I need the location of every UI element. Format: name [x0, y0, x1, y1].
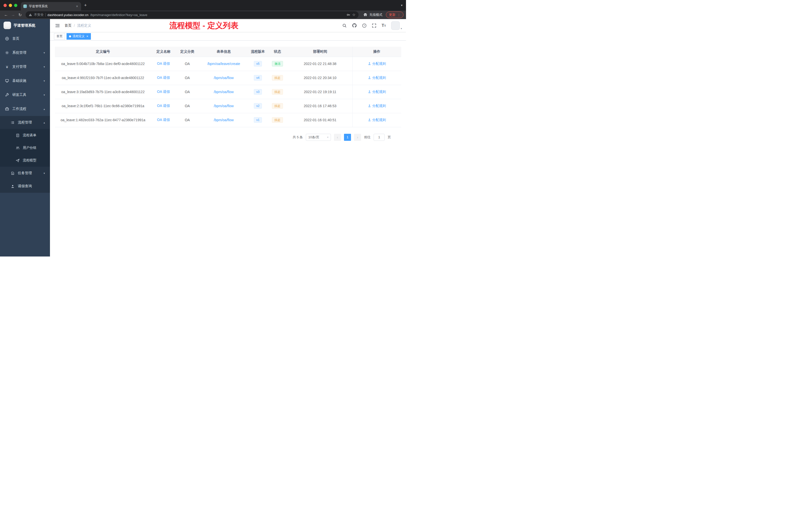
sidebar-item-label: 研发工具	[12, 93, 26, 97]
form-link[interactable]: /bpm/oa/leave/create	[207, 62, 240, 66]
column-header-status: 状态	[267, 47, 288, 57]
chevron-down-icon: ▾	[44, 93, 45, 97]
wrench-icon	[5, 93, 9, 97]
close-window-button[interactable]	[3, 4, 7, 7]
sidebar-item-payment[interactable]: ¥ 支付管理 ▾	[0, 60, 50, 74]
tag-label: 流程定义	[72, 34, 85, 38]
document-icon	[16, 133, 20, 137]
pagination: 共 5 条 10条/页 ▾ ‹ 1 › 前往 页	[55, 134, 401, 141]
page-size-value: 10条/页	[308, 135, 319, 140]
cell-definition-id: oa_leave:3:1fad3d93-7b75-11ec-a3c8-acde4…	[55, 85, 151, 99]
assign-rule-link[interactable]: 分配规则	[368, 118, 386, 122]
update-browser-button[interactable]: 更新 ⋮	[386, 11, 404, 18]
avatar[interactable]	[391, 21, 400, 30]
sidebar-collapse-icon[interactable]	[54, 23, 61, 28]
chevron-down-icon: ▾	[44, 79, 45, 83]
sidebar-item-user-group[interactable]: 用户分组	[0, 142, 50, 154]
column-header-name: 定义名称	[151, 47, 176, 57]
breadcrumb-home[interactable]: 首页	[64, 23, 71, 28]
chevron-down-icon: ▾	[44, 172, 45, 175]
app-logo-row[interactable]: 芋道管理系统	[0, 19, 50, 32]
back-button[interactable]: ←	[2, 12, 9, 17]
address-bar[interactable]: 不安全 dashboard.yudao.iocoder.cn/bpm/manag…	[26, 11, 358, 18]
app-title: 芋道管理系统	[13, 23, 35, 28]
tag-home[interactable]: 首页	[54, 33, 65, 40]
form-link[interactable]: /bpm/oa/flow	[214, 118, 233, 122]
bookmark-star-icon[interactable]: ☆	[352, 12, 355, 17]
font-size-icon[interactable]: TT	[382, 23, 386, 28]
tab-strip: 芋道管理系统 × + ▾	[0, 0, 406, 10]
next-page-button[interactable]: ›	[354, 134, 361, 141]
sidebar-item-task-management[interactable]: 任务管理 ▾	[0, 167, 50, 180]
pagination-total: 共 5 条	[293, 135, 303, 140]
briefcase-icon	[5, 107, 9, 111]
browser-menu-dots-icon[interactable]: ⋮	[397, 13, 401, 17]
browser-tab[interactable]: 芋道管理系统 ×	[21, 2, 81, 10]
form-link[interactable]: /bpm/oa/flow	[214, 104, 233, 108]
tag-process-definition[interactable]: 流程定义 ×	[66, 33, 91, 40]
fullscreen-icon[interactable]	[372, 23, 376, 28]
sidebar-item-label: 流程表单	[23, 133, 36, 138]
window-controls	[0, 4, 21, 7]
sidebar-item-label: 任务管理	[18, 171, 32, 175]
form-link[interactable]: /bpm/oa/flow	[214, 76, 233, 80]
chevron-up-icon: ▴	[44, 108, 45, 111]
definition-name-link[interactable]: OA 请假	[157, 61, 170, 65]
column-header-form: 表单信息	[199, 47, 249, 57]
sidebar-item-process-management[interactable]: 流程管理 ▴	[0, 116, 50, 129]
github-icon[interactable]	[352, 23, 357, 28]
assign-rule-link[interactable]: 分配规则	[368, 61, 386, 66]
prev-page-button[interactable]: ‹	[334, 134, 341, 141]
monitor-icon	[5, 79, 9, 83]
definition-name-link[interactable]: OA 请假	[157, 90, 170, 94]
person-icon	[368, 90, 371, 93]
search-icon[interactable]	[342, 23, 347, 28]
sidebar-item-leave-query[interactable]: 请假查询	[0, 180, 50, 193]
reload-button[interactable]: ↻	[17, 12, 24, 17]
process-management-submenu: 流程表单 用户分组 流程模型	[0, 129, 50, 167]
yen-icon: ¥	[5, 65, 9, 69]
definition-name-link[interactable]: OA 请假	[157, 76, 170, 80]
status-badge: 挂起	[272, 89, 283, 95]
assign-rule-link[interactable]: 分配规则	[368, 104, 386, 108]
security-warning-icon[interactable]	[29, 13, 32, 17]
tab-close-icon[interactable]: ×	[76, 4, 79, 8]
security-label[interactable]: 不安全	[34, 12, 44, 17]
sidebar-item-infrastructure[interactable]: 基础设施 ▾	[0, 74, 50, 88]
cell-definition-id: oa_leave:2:3c1f0ef1-76b1-11ec-9c66-a2380…	[55, 99, 151, 113]
page-number-button[interactable]: 1	[344, 134, 351, 141]
help-icon[interactable]: ?	[362, 23, 367, 28]
person-icon	[10, 184, 14, 188]
workflow-submenu: 流程管理 ▴ 流程表单 用户分组	[0, 116, 50, 193]
forward-button[interactable]: →	[9, 12, 17, 17]
page-size-select[interactable]: 10条/页 ▾	[306, 134, 331, 141]
sidebar-item-process-model[interactable]: 流程模型	[0, 154, 50, 167]
breadcrumb: 首页 / 流程定义	[64, 23, 91, 28]
sidebar-item-process-form[interactable]: 流程表单	[0, 129, 50, 142]
tag-close-icon[interactable]: ×	[86, 34, 88, 38]
tags-view-bar: 首页 流程定义 ×	[50, 32, 406, 41]
minimize-window-button[interactable]	[9, 4, 12, 7]
definition-name-link[interactable]: OA 请假	[157, 104, 170, 108]
sidebar-item-system[interactable]: 系统管理 ▾	[0, 46, 50, 60]
definition-name-link[interactable]: OA 请假	[157, 118, 170, 122]
assign-rule-link[interactable]: 分配规则	[368, 90, 386, 94]
tab-search-chevron-icon[interactable]: ▾	[398, 3, 406, 7]
form-link[interactable]: /bpm/oa/flow	[214, 90, 233, 94]
goto-page-input[interactable]	[374, 134, 385, 141]
new-tab-button[interactable]: +	[81, 3, 90, 8]
sidebar-item-devtools[interactable]: 研发工具 ▾	[0, 88, 50, 102]
sidebar-item-label: 首页	[12, 36, 19, 41]
sidebar-item-workflow[interactable]: 工作流程 ▴	[0, 102, 50, 116]
password-key-icon[interactable]	[347, 13, 350, 17]
user-menu[interactable]: ▾	[391, 21, 402, 30]
sidebar-item-home[interactable]: 首页	[0, 32, 50, 46]
status-badge: 挂起	[272, 75, 283, 81]
tag-label: 首页	[57, 34, 62, 38]
cell-definition-id: oa_leave:4:991f2193-7b7f-11ec-a3c8-acde4…	[55, 71, 151, 85]
cell-deploy-time: 2022-01-22 20:34:10	[288, 71, 352, 85]
assign-rule-link[interactable]: 分配规则	[368, 76, 386, 80]
maximize-window-button[interactable]	[14, 4, 17, 7]
person-icon	[368, 76, 371, 79]
tab-title: 芋道管理系统	[29, 4, 74, 8]
